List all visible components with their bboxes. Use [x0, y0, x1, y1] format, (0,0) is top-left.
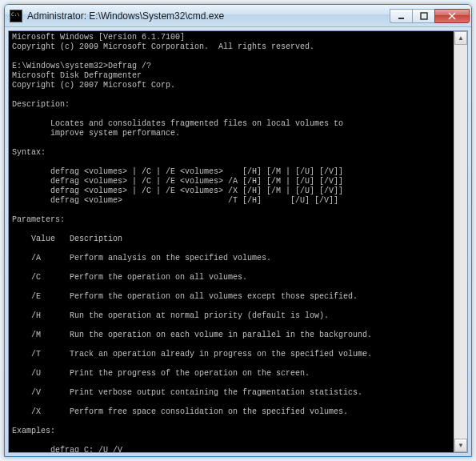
cmd-icon — [10, 10, 22, 22]
window-title: Administrator: E:\Windows\System32\cmd.e… — [27, 10, 390, 22]
window-controls — [390, 9, 470, 23]
console-frame: Microsoft Windows [Version 6.1.7100] Cop… — [8, 30, 468, 453]
maximize-icon — [420, 12, 428, 20]
minimize-icon — [398, 12, 406, 20]
close-icon — [448, 12, 456, 20]
console-text: Microsoft Windows [Version 6.1.7100] Cop… — [12, 33, 372, 452]
scrollbar-track[interactable] — [454, 45, 467, 439]
console-output[interactable]: Microsoft Windows [Version 6.1.7100] Cop… — [9, 31, 454, 452]
scroll-up-button[interactable]: ▲ — [454, 31, 467, 45]
vertical-scrollbar[interactable]: ▲ ▼ — [454, 31, 467, 452]
cmd-window: Administrator: E:\Windows\System32\cmd.e… — [4, 4, 472, 457]
close-button[interactable] — [434, 9, 470, 23]
maximize-button[interactable] — [412, 9, 434, 23]
scroll-down-button[interactable]: ▼ — [454, 439, 467, 452]
minimize-button[interactable] — [390, 9, 412, 23]
titlebar[interactable]: Administrator: E:\Windows\System32\cmd.e… — [5, 5, 471, 27]
svg-rect-1 — [421, 13, 427, 19]
